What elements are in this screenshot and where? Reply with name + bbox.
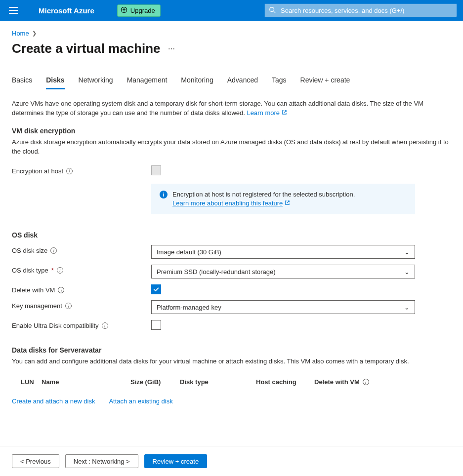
chevron-down-icon: ⌄ — [404, 248, 410, 256]
chevron-down-icon: ⌄ — [404, 304, 410, 311]
hamburger-menu-icon[interactable] — [6, 4, 21, 17]
attach-existing-disk-link[interactable]: Attach an existing disk — [109, 397, 172, 405]
create-attach-disk-link[interactable]: Create and attach a new disk — [12, 397, 95, 405]
info-icon[interactable]: i — [66, 168, 73, 174]
upgrade-button[interactable]: Upgrade — [117, 4, 161, 17]
os-disk-type-value: Premium SSD (locally-redundant storage) — [157, 268, 276, 276]
brand-label: Microsoft Azure — [39, 6, 94, 15]
breadcrumb: Home ❯ — [12, 30, 451, 37]
os-disk-size-value: Image default (30 GiB) — [157, 248, 221, 256]
col-cache: Host caching — [256, 378, 314, 386]
ultra-disk-label: Enable Ultra Disk compatibility i — [12, 320, 151, 329]
search-input[interactable] — [280, 6, 453, 15]
page-title: Create a virtual machine — [12, 41, 161, 56]
key-management-label: Key management i — [12, 300, 151, 310]
intro-text: Azure VMs have one operating system disk… — [12, 99, 451, 118]
encryption-desc: Azure disk storage encryption automatica… — [12, 138, 451, 157]
col-type: Disk type — [180, 378, 256, 386]
ultra-disk-checkbox[interactable] — [151, 320, 161, 330]
tab-tags[interactable]: Tags — [272, 76, 287, 89]
chevron-down-icon: ⌄ — [404, 268, 410, 276]
os-disk-size-label: OS disk size i — [12, 245, 151, 254]
info-bullet-icon: i — [160, 191, 168, 198]
tab-monitoring[interactable]: Monitoring — [181, 76, 213, 89]
encryption-at-host-checkbox — [151, 165, 161, 175]
breadcrumb-home[interactable]: Home — [12, 30, 29, 37]
section-title-os-disk: OS disk — [12, 231, 451, 239]
encryption-callout-text: Encryption at host is not registered for… — [172, 190, 355, 199]
info-icon[interactable]: i — [57, 267, 63, 274]
chevron-right-icon: ❯ — [32, 30, 37, 37]
info-icon[interactable]: i — [58, 287, 64, 293]
svg-line-2 — [274, 11, 276, 13]
key-management-select[interactable]: Platform-managed key ⌄ — [151, 300, 415, 314]
tab-disks[interactable]: Disks — [46, 76, 64, 89]
search-icon — [269, 6, 276, 15]
data-disks-table: LUN Name Size (GiB) Disk type Host cachi… — [12, 375, 451, 389]
encryption-at-host-label: Encryption at host i — [12, 165, 151, 175]
external-link-icon — [282, 109, 287, 118]
upgrade-arrow-icon — [121, 6, 127, 15]
wizard-tabs: BasicsDisksNetworkingManagementMonitorin… — [12, 76, 451, 89]
external-link-icon — [285, 199, 290, 208]
upgrade-button-label: Upgrade — [130, 7, 155, 14]
tab-advanced[interactable]: Advanced — [227, 76, 258, 89]
col-name: Name — [42, 378, 130, 386]
wizard-footer: < Previous Next : Networking > Review + … — [0, 446, 463, 449]
intro-learn-more-link[interactable]: Learn more — [247, 109, 287, 117]
data-disks-desc: You can add and configure additional dat… — [12, 357, 451, 366]
tab-basics[interactable]: Basics — [12, 76, 32, 89]
encryption-callout-link[interactable]: Learn more about enabling this feature — [172, 199, 290, 207]
more-actions-button[interactable]: ··· — [168, 45, 175, 52]
key-management-value: Platform-managed key — [157, 304, 221, 311]
col-lun: LUN — [12, 378, 42, 386]
svg-point-1 — [270, 7, 274, 11]
encryption-callout: i Encryption at host is not registered f… — [151, 184, 415, 215]
delete-with-vm-checkbox[interactable] — [151, 284, 161, 294]
info-icon[interactable]: i — [65, 303, 72, 309]
os-disk-size-select[interactable]: Image default (30 GiB) ⌄ — [151, 245, 415, 259]
info-icon[interactable]: i — [102, 322, 108, 329]
global-search[interactable] — [264, 3, 457, 17]
col-size: Size (GiB) — [130, 378, 180, 386]
info-icon[interactable]: i — [50, 247, 57, 254]
top-nav: Microsoft Azure Upgrade — [0, 0, 463, 21]
os-disk-type-label: OS disk type * i — [12, 265, 151, 274]
tab-management[interactable]: Management — [127, 76, 168, 89]
tab-review-create[interactable]: Review + create — [300, 76, 350, 89]
section-title-data-disks: Data disks for Serveravatar — [12, 346, 451, 354]
delete-with-vm-label: Delete with VM i — [12, 284, 151, 294]
col-delete: Delete with VM i — [314, 378, 451, 386]
info-icon[interactable]: i — [363, 379, 369, 385]
section-title-encryption: VM disk encryption — [12, 127, 451, 135]
tab-networking[interactable]: Networking — [79, 76, 113, 89]
os-disk-type-select[interactable]: Premium SSD (locally-redundant storage) … — [151, 265, 415, 278]
